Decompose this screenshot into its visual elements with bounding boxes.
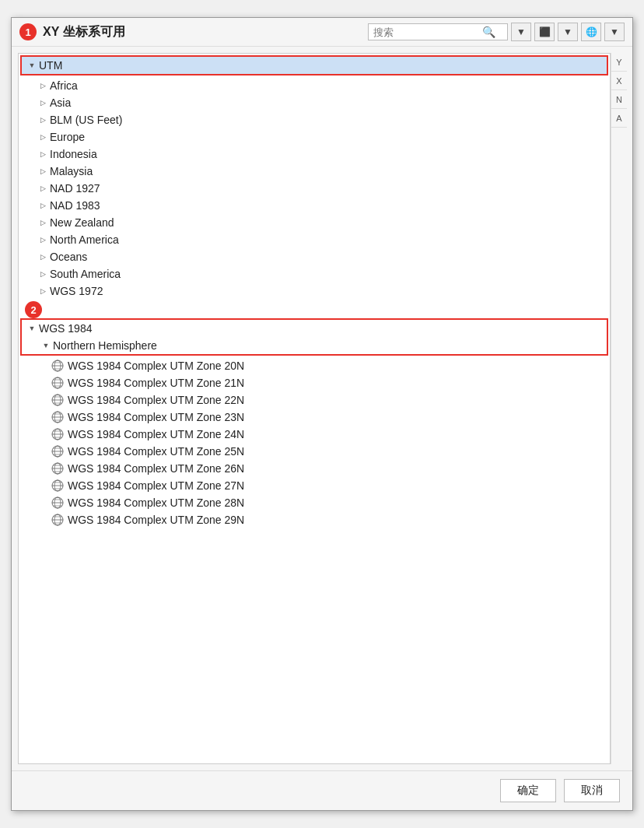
filter-icon: ⬛ (539, 26, 551, 37)
tree-label-zone29n: WGS 1984 Complex UTM Zone 29N (68, 514, 244, 526)
right-icon-4: A (616, 114, 621, 123)
expand-icon-southamerica: ▷ (37, 268, 48, 279)
tree-item-zone25n[interactable]: WGS 1984 Complex UTM Zone 25N (47, 443, 610, 460)
tree-label-northern: Northern Hemisphere (53, 339, 157, 352)
tree-label-zone24n: WGS 1984 Complex UTM Zone 24N (68, 428, 244, 440)
title-area: 1 XY 坐标系可用 (19, 23, 125, 40)
chevron-down-icon-3: ▼ (610, 26, 619, 37)
tree-label-indonesia: Indonesia (50, 148, 97, 160)
search-icon: 🔍 (482, 26, 495, 38)
tree-label-asia: Asia (50, 96, 71, 109)
tree-item-zone21n[interactable]: WGS 1984 Complex UTM Zone 21N (47, 374, 610, 391)
right-panel: Y X N A (611, 53, 626, 764)
tree-label-northamerica: North America (50, 233, 119, 246)
tree-item-nad1983[interactable]: ▷ NAD 1983 (33, 197, 610, 214)
chevron-down-icon: ▼ (516, 26, 526, 37)
right-btn-2[interactable]: X (611, 72, 627, 90)
tree-item-northamerica[interactable]: ▷ North America (33, 231, 610, 248)
tree-label-blm: BLM (US Feet) (50, 114, 122, 126)
globe-dropdown-btn[interactable]: ▼ (604, 23, 625, 41)
tree-item-southamerica[interactable]: ▷ South America (33, 265, 610, 282)
tree-label-malaysia: Malaysia (50, 165, 93, 177)
tree-label-zone26n: WGS 1984 Complex UTM Zone 26N (68, 462, 244, 475)
expand-icon-europe: ▷ (37, 132, 48, 142)
tree-item-africa[interactable]: ▷ Africa (33, 77, 610, 94)
globe-icon-21n (51, 377, 64, 389)
expand-icon-blm: ▷ (37, 114, 48, 125)
globe-icon-24n (51, 428, 64, 440)
tree-item-zone20n[interactable]: WGS 1984 Complex UTM Zone 20N (47, 357, 610, 374)
search-input[interactable] (373, 26, 482, 38)
search-box[interactable]: 🔍 (368, 23, 508, 40)
filter-dropdown-btn[interactable]: ▼ (558, 23, 578, 41)
cancel-button[interactable]: 取消 (564, 779, 620, 802)
expand-icon-oceans: ▷ (37, 251, 48, 262)
tree-label-zone25n: WGS 1984 Complex UTM Zone 25N (68, 445, 244, 458)
tree-label-zone23n: WGS 1984 Complex UTM Zone 23N (68, 411, 244, 423)
expand-icon-northern: ▼ (40, 340, 51, 351)
tree-item-zone22n[interactable]: WGS 1984 Complex UTM Zone 22N (47, 391, 610, 409)
tree-item-wgs1984[interactable]: ▼ WGS 1984 (22, 320, 607, 337)
tree-item-newzealand[interactable]: ▷ New Zealand (33, 214, 610, 231)
globe-icon-23n (51, 411, 64, 423)
expand-icon-nad1927: ▷ (37, 183, 48, 194)
main-content: ▼ UTM ▷ Africa ▷ Asia ▷ BLM (US Feet) ▷ … (12, 47, 632, 770)
expand-icon-nad1983: ▷ (37, 200, 48, 211)
right-icon-2: X (616, 76, 621, 86)
globe-icon-27n (51, 479, 64, 492)
tree-label-oceans: Oceans (50, 251, 87, 263)
tree-item-zone23n[interactable]: WGS 1984 Complex UTM Zone 23N (47, 409, 610, 426)
globe-icon-22n (51, 394, 64, 406)
tree-label-europe: Europe (50, 131, 85, 143)
tree-item-zone24n[interactable]: WGS 1984 Complex UTM Zone 24N (47, 426, 610, 443)
tree-label-utm: UTM (39, 59, 62, 72)
right-icon-3: N (616, 95, 622, 104)
page-title: XY 坐标系可用 (43, 24, 125, 40)
tree-item-utm[interactable]: ▼ UTM (22, 57, 607, 74)
tree-panel[interactable]: ▼ UTM ▷ Africa ▷ Asia ▷ BLM (US Feet) ▷ … (18, 53, 611, 764)
tree-item-europe[interactable]: ▷ Europe (33, 128, 610, 146)
tree-label-africa: Africa (50, 79, 78, 92)
tree-item-zone28n[interactable]: WGS 1984 Complex UTM Zone 28N (47, 494, 610, 511)
footer: 确定 取消 (12, 770, 632, 810)
globe-icon-29n (51, 514, 64, 526)
tree-item-wgs1972[interactable]: ▷ WGS 1972 (33, 282, 610, 300)
right-btn-4[interactable]: A (611, 109, 627, 128)
tree-label-zone21n: WGS 1984 Complex UTM Zone 21N (68, 377, 244, 389)
utm-box: ▼ UTM (20, 55, 608, 75)
tree-label-zone22n: WGS 1984 Complex UTM Zone 22N (68, 394, 244, 406)
tree-item-asia[interactable]: ▷ Asia (33, 94, 610, 111)
expand-icon-africa: ▷ (37, 80, 48, 91)
tree-label-wgs1972: WGS 1972 (50, 285, 103, 297)
expand-icon-newzealand: ▷ (37, 217, 48, 228)
tree-item-malaysia[interactable]: ▷ Malaysia (33, 163, 610, 180)
right-btn-1[interactable]: Y (611, 53, 627, 72)
tree-label-zone28n: WGS 1984 Complex UTM Zone 28N (68, 496, 244, 509)
tree-item-indonesia[interactable]: ▷ Indonesia (33, 146, 610, 163)
filter-btn[interactable]: ⬛ (534, 23, 555, 41)
right-btn-3[interactable]: N (611, 90, 627, 109)
tree-item-nad1927[interactable]: ▷ NAD 1927 (33, 180, 610, 197)
badge-1: 1 (19, 23, 37, 40)
header: 1 XY 坐标系可用 🔍 ▼ ⬛ ▼ 🌐 ▼ (12, 18, 632, 47)
expand-icon-wgs1984: ▼ (26, 323, 37, 334)
tree-label-zone27n: WGS 1984 Complex UTM Zone 27N (68, 479, 244, 492)
confirm-button[interactable]: 确定 (500, 779, 556, 802)
tree-item-zone29n[interactable]: WGS 1984 Complex UTM Zone 29N (47, 511, 610, 528)
tree-label-wgs1984: WGS 1984 (39, 322, 92, 335)
expand-icon-malaysia: ▷ (37, 166, 48, 177)
tree-item-blm[interactable]: ▷ BLM (US Feet) (33, 111, 610, 128)
expand-icon-utm: ▼ (26, 60, 37, 71)
tree-label-nad1927: NAD 1927 (50, 182, 100, 195)
tree-item-zone27n[interactable]: WGS 1984 Complex UTM Zone 27N (47, 477, 610, 494)
search-dropdown-btn[interactable]: ▼ (511, 23, 531, 41)
expand-icon-northamerica: ▷ (37, 234, 48, 245)
globe-btn[interactable]: 🌐 (581, 23, 601, 41)
dialog: 1 XY 坐标系可用 🔍 ▼ ⬛ ▼ 🌐 ▼ (11, 17, 633, 811)
expand-icon-indonesia: ▷ (37, 149, 48, 160)
tree-item-northern[interactable]: ▼ Northern Hemisphere (36, 337, 607, 354)
toolbar: 🔍 ▼ ⬛ ▼ 🌐 ▼ (368, 23, 625, 41)
globe-icon-26n (51, 462, 64, 475)
tree-item-zone26n[interactable]: WGS 1984 Complex UTM Zone 26N (47, 460, 610, 477)
tree-item-oceans[interactable]: ▷ Oceans (33, 248, 610, 265)
